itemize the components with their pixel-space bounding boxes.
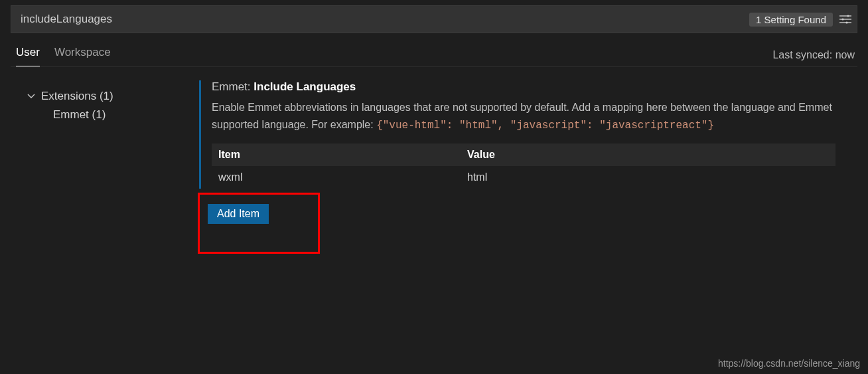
tab-user[interactable]: User [16, 46, 40, 66]
setting-desc-code: {"vue-html": "html", "javascript": "java… [376, 120, 714, 132]
table-header-item: Item [212, 143, 461, 166]
setting-emmet-include-languages: Emmet: Include Languages Enable Emmet ab… [199, 80, 852, 189]
setting-title: Emmet: Include Languages [212, 80, 852, 94]
annotation-highlight: Add Item [198, 193, 320, 254]
setting-description: Enable Emmet abbreviations in languages … [212, 99, 835, 134]
setting-title-prefix: Emmet: [212, 80, 251, 93]
settings-search-input[interactable] [21, 13, 749, 26]
tree-emmet-label: Emmet (1) [53, 108, 106, 122]
setting-table: Item Value wxml html [212, 143, 835, 189]
tree-emmet[interactable]: Emmet (1) [27, 106, 199, 124]
settings-tree: Extensions (1) Emmet (1) [0, 80, 199, 374]
settings-search-row: 1 Setting Found [11, 5, 857, 33]
svg-point-3 [847, 15, 849, 17]
add-item-button[interactable]: Add Item [208, 204, 269, 224]
tree-extensions-label: Extensions (1) [41, 90, 113, 103]
chevron-down-icon [27, 92, 36, 101]
settings-found-badge: 1 Setting Found [749, 13, 833, 27]
tree-extensions[interactable]: Extensions (1) [27, 87, 199, 106]
setting-title-name: Include Languages [253, 80, 356, 93]
filter-icon[interactable] [838, 12, 853, 27]
svg-point-4 [841, 18, 843, 20]
table-header-value: Value [461, 143, 835, 166]
settings-main: Emmet: Include Languages Enable Emmet ab… [199, 80, 868, 374]
settings-scope-row: User Workspace Last synced: now [0, 33, 868, 66]
watermark-text: https://blog.csdn.net/silence_xiang [718, 358, 860, 369]
table-row[interactable]: wxml html [212, 166, 835, 189]
tab-workspace[interactable]: Workspace [54, 46, 111, 66]
sync-status: Last synced: now [772, 49, 855, 66]
svg-point-5 [845, 21, 847, 23]
table-cell-item: wxml [212, 166, 461, 189]
table-header: Item Value [212, 143, 835, 166]
table-cell-value: html [461, 166, 835, 189]
